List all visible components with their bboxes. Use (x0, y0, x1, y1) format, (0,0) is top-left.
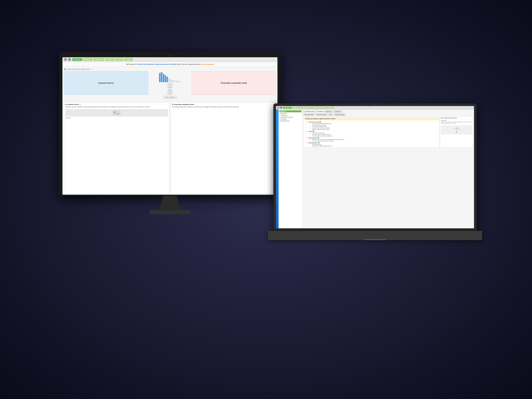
question-middle: which of the two Objectives below (177, 63, 201, 65)
comparison-area: Prioritize and Optimize Capital Investm.… (63, 67, 278, 101)
tree-node-energy-consumption[interactable]: Ensure responsible consumption of energy (310, 140, 438, 142)
tree-group-environmental[interactable]: Environmental i (307, 137, 438, 139)
info-panel-header: Edit: Information Document (441, 117, 472, 119)
tab-measure[interactable]: Measure (83, 58, 93, 61)
scale-icon (453, 126, 460, 133)
laptop-nav-tabs: Structure Measure Synthesize Allocate It… (283, 107, 334, 109)
tree-node-corporate-identity[interactable]: Promote a positive corporate identity (310, 134, 438, 135)
laptop-tab-iterate[interactable]: Iterate (319, 107, 326, 109)
sidebar-item-alternatives[interactable]: Alternatives (279, 113, 302, 114)
enable-multi-select-label: Enable Multi-select (303, 111, 315, 112)
edit-icon[interactable]: ✎ (92, 68, 93, 70)
erase-judgment-button[interactable]: Erase Judgment (163, 96, 177, 99)
tab-allocate[interactable]: Allocate (105, 58, 114, 61)
laptop-tab-measure[interactable]: Measure (292, 107, 300, 109)
svg-rect-11 (456, 132, 458, 133)
expand-all-button[interactable]: Expand All (324, 110, 333, 113)
risk-badge: i (318, 142, 320, 144)
tab-reports[interactable]: Reports (124, 58, 133, 61)
tab-iterate[interactable]: Iterate (115, 58, 123, 61)
tree-node-service-continuity[interactable]: Ensure service continuity (reliability) (310, 127, 438, 129)
tree-node-address-gaps[interactable]: Address existing service delivery gaps (310, 123, 438, 124)
sidebar-item-contributions[interactable]: Contributions (279, 114, 302, 116)
tree-node-accommodate-growth[interactable]: Accommodate future growth (310, 124, 438, 126)
svg-point-5 (114, 111, 116, 113)
tree-node-health-wellness[interactable]: Promote health and wellness (workforce) (310, 135, 438, 137)
detail-left-label: Customer Service (67, 104, 79, 105)
laptop-tree-area: Prioritize and Optimize Capital Investme… (303, 116, 473, 148)
bar-3 (163, 74, 164, 82)
detail-left-dot (65, 104, 66, 105)
bar-8 (172, 80, 173, 82)
comparison-center: Extremely Very strongly Strongly Moderat… (150, 71, 190, 95)
info-panel-label: Information (441, 120, 472, 121)
laptop-tab-allocate[interactable]: Allocate (311, 107, 319, 109)
tree-group-customer-service[interactable]: Customer Service i (307, 121, 438, 123)
auto-redraw-label: Auto-Redraw (315, 111, 324, 112)
svg-marker-3 (69, 59, 70, 60)
edit-left-icon[interactable]: ✎ (80, 104, 81, 105)
comparison-bar: Prioritize and Optimize Capital Investm.… (64, 68, 276, 70)
enable-multi-select-checkbox[interactable] (303, 111, 305, 112)
monitor-screen: Structure Measure Synthesize Allocate It… (63, 57, 278, 195)
sidebar-item-participant-roles[interactable]: Participant Roles (279, 120, 302, 122)
customer-service-children: Address existing service delivery gaps A… (309, 123, 438, 130)
monitor-camera (169, 55, 171, 57)
scene: Structure Measure Synthesize Allocate It… (44, 33, 488, 366)
visual-structuring-button[interactable]: Visual Structuring (334, 114, 346, 116)
tree-node-political-opinion[interactable]: Manage/avoid negative political opinion (310, 145, 438, 147)
laptop-content: Objectives Alternatives Contributions In… (276, 109, 474, 228)
bar-chart (159, 71, 181, 82)
desktop-monitor: Structure Measure Synthesize Allocate It… (59, 52, 281, 218)
svg-rect-6 (116, 113, 119, 114)
tab-synthesize[interactable]: Synthesize (93, 58, 105, 61)
tree-branch-risk: Risk Avoidance i Avoid legal liability M… (306, 142, 438, 147)
tree-node-financially-sustainable[interactable]: Financially sustainable model (310, 126, 438, 127)
erase-judgment-container: Erase Judgment (64, 96, 276, 99)
monitor-toolbar: Structure Measure Synthesize Allocate It… (63, 57, 278, 62)
question-link[interactable]: Prioritize and Optimize Capital Investme… (137, 63, 176, 65)
sidebar-item-participants[interactable]: Participants (279, 118, 302, 120)
action-bar: Enable Multi-select Auto-Redraw Expand A… (303, 110, 473, 113)
left-card: Customer Service (64, 71, 148, 95)
collapse-all-button[interactable]: Collapse All (333, 110, 342, 113)
sidebar-item-information-documents[interactable]: Information Documents (279, 116, 302, 118)
tree-group-risk[interactable]: Risk Avoidance i (307, 142, 438, 144)
chart-labels: Extremely Very strongly Strongly Moderat… (167, 83, 173, 95)
risk-children: Avoid legal liability Manage/avoid negat… (309, 144, 438, 147)
detail-left-header: Customer Service ✎ (65, 104, 168, 105)
laptop-app: Structure Measure Synthesize Allocate It… (276, 106, 474, 228)
social-children: Strengthen the workplace Promote a posit… (309, 132, 438, 137)
tree-node-ecological-footprint[interactable]: Minimize growth on the City's ecological… (310, 139, 438, 140)
action-bar-secondary: Add (same level) Add (level below) Edit … (303, 114, 473, 116)
laptop-tab-structure[interactable]: Structure (283, 107, 292, 109)
tree-node-strengthen-workplace[interactable]: Strengthen the workplace (310, 132, 438, 134)
laptop-accent-bar (276, 109, 279, 228)
laptop-screen-frame: Structure Measure Synthesize Allocate It… (273, 103, 477, 231)
tab-structure[interactable]: Structure (72, 58, 82, 61)
auto-redraw-checkbox[interactable] (315, 111, 317, 112)
comparison-main: Customer Service (64, 71, 276, 95)
detail-left-text: Customer Service is defined as the assis… (65, 106, 168, 108)
laptop-tab-synthesize[interactable]: Synthesize (301, 107, 310, 109)
comment-link[interactable]: Comment (65, 117, 168, 119)
environmental-badge: i (317, 137, 319, 139)
tree-node-legal-liability[interactable]: Avoid legal liability (310, 144, 438, 145)
tree-node-corporate-cost[interactable]: Optimize corporate cost and value (310, 129, 438, 130)
home-icon (68, 58, 71, 61)
bar-1 (159, 73, 160, 82)
sidebar-objectives-section: Objectives Alternatives Contributions In… (279, 110, 302, 122)
add-same-level-button[interactable]: Add (same level) (303, 114, 315, 116)
laptop-globe-icon (277, 107, 279, 109)
tree-branch-customer-service: Customer Service i Address existing serv… (306, 121, 438, 130)
tree-group-social[interactable]: Social i (307, 130, 438, 132)
edit-right-icon[interactable]: ✎ (194, 104, 196, 105)
laptop-tab-reports[interactable]: Reports (326, 107, 334, 109)
tree-branch-environmental: Environmental i Minimize growth on the C… (306, 137, 438, 142)
edit-button[interactable]: Edit (328, 114, 333, 116)
bar-11 (177, 81, 179, 82)
laptop-sidebar: Objectives Alternatives Contributions In… (279, 109, 303, 228)
tree-panel: Prioritize and Optimize Capital Investme… (303, 116, 439, 148)
info-panel-image (441, 125, 472, 134)
add-level-below-button[interactable]: Add (level below) (316, 114, 328, 116)
